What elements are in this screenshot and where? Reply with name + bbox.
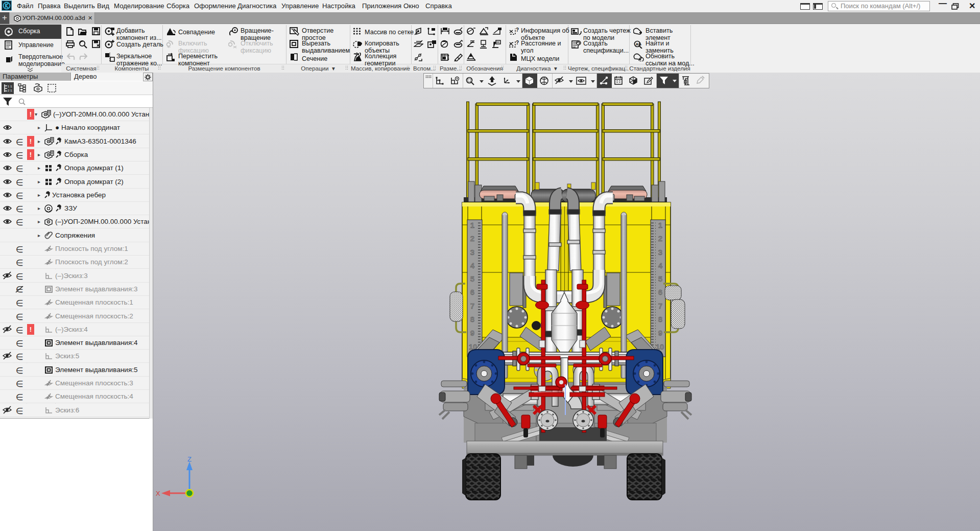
svg-text:X: X — [156, 490, 160, 497]
svg-text:3: 3 — [470, 248, 474, 257]
svg-text:3: 3 — [658, 248, 662, 257]
svg-text:7: 7 — [470, 302, 474, 310]
svg-text:5: 5 — [658, 274, 662, 283]
svg-text:1: 1 — [470, 221, 474, 229]
svg-text:9: 9 — [470, 329, 474, 337]
svg-text:4: 4 — [658, 261, 663, 270]
svg-text:4: 4 — [470, 261, 475, 270]
svg-text:2: 2 — [658, 234, 662, 243]
svg-text:8: 8 — [470, 315, 474, 324]
svg-text:Z: Z — [187, 455, 192, 463]
svg-text:6: 6 — [658, 288, 662, 296]
svg-text:7: 7 — [658, 302, 662, 310]
svg-text:2: 2 — [470, 234, 474, 243]
svg-text:2 12: 2 12 — [8, 89, 12, 92]
svg-text:АБ: АБ — [636, 42, 642, 47]
svg-text:?: ? — [516, 40, 519, 45]
svg-text:9: 9 — [658, 329, 662, 337]
svg-text:1: 1 — [658, 221, 662, 229]
svg-text:6: 6 — [470, 288, 474, 296]
svg-text:1 11: 1 11 — [8, 85, 12, 88]
svg-text:?: ? — [516, 27, 519, 33]
svg-text:8: 8 — [658, 315, 662, 324]
svg-text:5: 5 — [470, 274, 474, 283]
